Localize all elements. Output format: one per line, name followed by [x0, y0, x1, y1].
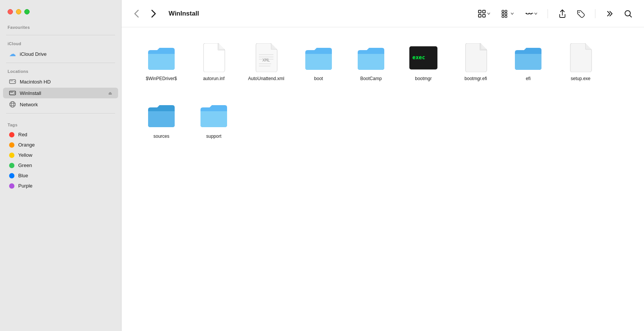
sidebar-item-tag-orange[interactable]: Orange	[3, 140, 118, 150]
more-options-button[interactable]	[522, 8, 540, 19]
file-item-efi[interactable]: efi	[504, 39, 553, 85]
tag-icon	[576, 9, 585, 18]
file-name-support: support	[206, 134, 221, 140]
svg-point-6	[10, 102, 16, 107]
svg-point-1	[14, 81, 15, 82]
file-name-boot: boot	[314, 76, 323, 82]
sidebar-item-tag-green[interactable]: Green	[3, 161, 118, 170]
tag-red-label: Red	[18, 132, 112, 137]
sidebar: Favourites iCloud ☁ iCloud Drive Locatio…	[0, 0, 122, 331]
share-icon	[558, 9, 567, 18]
grid-icon	[478, 9, 486, 18]
svg-rect-19	[505, 16, 507, 17]
file-icon-bootmgr-efi	[461, 43, 491, 73]
file-icon-autounattend: XML	[251, 43, 281, 73]
divider-1	[6, 35, 115, 35]
minimize-button[interactable]	[16, 9, 21, 14]
sidebar-item-macintosh-hd[interactable]: Macintosh HD	[3, 76, 118, 87]
favourites-section-title: Favourites	[0, 22, 121, 32]
svg-point-23	[579, 12, 580, 13]
toolbar-divider-1	[548, 9, 548, 18]
tag-yellow-dot	[9, 153, 14, 158]
file-item-bootmgr[interactable]: exec bootmgr	[399, 39, 448, 85]
file-icon-sources	[146, 100, 177, 131]
tag-purple-label: Purple	[18, 183, 112, 189]
file-item-boot[interactable]: boot	[294, 39, 343, 85]
back-button[interactable]	[131, 8, 143, 20]
file-item-autorun[interactable]: autorun.inf	[189, 39, 238, 85]
macintosh-hd-icon	[9, 78, 16, 85]
sidebar-item-tag-blue[interactable]: Blue	[3, 171, 118, 180]
file-item-bootmgr-efi[interactable]: bootmgr.efi	[451, 39, 500, 85]
icloud-drive-label: iCloud Drive	[20, 51, 112, 57]
file-name-autounattend: AutoUnattend.xml	[248, 76, 284, 82]
file-icon-bootmgr: exec	[408, 43, 439, 73]
sidebar-item-tag-yellow[interactable]: Yellow	[3, 150, 118, 160]
toolbar: WinInstall	[122, 0, 644, 27]
tag-red-dot	[9, 132, 14, 137]
eject-icon[interactable]: ⏏	[108, 91, 112, 96]
share-button[interactable]	[556, 7, 569, 20]
file-icon-bootcamp	[356, 43, 386, 73]
svg-line-25	[630, 15, 632, 17]
file-icon-setup	[565, 43, 596, 73]
maximize-button[interactable]	[24, 9, 30, 14]
main-content: WinInstall	[122, 0, 644, 331]
file-icon-efi	[513, 43, 543, 73]
sidebar-item-network[interactable]: Network	[3, 99, 118, 110]
file-item-autounattend[interactable]: XML AutoUnattend.xml	[242, 39, 291, 85]
sidebar-item-wininstall[interactable]: WinInstall ⏏	[3, 88, 118, 98]
icloud-section-title: iCloud	[0, 38, 121, 48]
more-actions-button[interactable]	[603, 7, 617, 20]
chevrons-right-icon	[606, 9, 614, 18]
tag-green-dot	[9, 163, 14, 168]
more-icon	[525, 9, 533, 18]
file-name-setup: setup.exe	[571, 76, 590, 82]
tag-orange-dot	[9, 142, 14, 148]
file-item-support[interactable]: support	[189, 97, 238, 143]
file-icon-autorun	[199, 43, 229, 73]
svg-rect-11	[483, 10, 485, 13]
file-name-autorun: autorun.inf	[203, 76, 225, 82]
file-item-setup[interactable]: setup.exe	[556, 39, 605, 85]
svg-rect-13	[483, 14, 485, 17]
icloud-drive-icon: ☁	[9, 50, 16, 57]
svg-text:XML: XML	[262, 58, 270, 63]
forward-button[interactable]	[147, 8, 159, 20]
svg-rect-18	[505, 13, 507, 15]
file-item-winpedriver[interactable]: $WinPEDriver$	[137, 39, 186, 85]
close-button[interactable]	[8, 9, 13, 14]
file-name-bootmgr: bootmgr	[415, 76, 432, 82]
group-button[interactable]	[499, 8, 516, 19]
view-mode-button[interactable]	[475, 8, 493, 19]
tag-yellow-label: Yellow	[18, 152, 112, 158]
more-chevron-icon	[534, 12, 538, 16]
sidebar-item-icloud-drive[interactable]: ☁ iCloud Drive	[3, 49, 118, 59]
sidebar-item-tag-purple[interactable]: Purple	[3, 181, 118, 191]
view-chevron-icon	[487, 12, 491, 16]
svg-point-4	[14, 93, 15, 93]
svg-rect-14	[502, 10, 504, 12]
wininstall-label: WinInstall	[20, 90, 104, 96]
network-icon	[9, 101, 16, 108]
locations-section-title: Locations	[0, 66, 121, 76]
svg-text:exec: exec	[412, 54, 425, 60]
tag-green-label: Green	[18, 162, 112, 168]
file-name-winpedriver: $WinPEDriver$	[146, 76, 177, 82]
search-button[interactable]	[621, 7, 635, 20]
file-item-bootcamp[interactable]: BootCamp	[346, 39, 396, 85]
tag-orange-label: Orange	[18, 142, 112, 148]
search-icon	[624, 9, 632, 18]
file-icon-winpedriver	[146, 43, 177, 73]
network-label: Network	[20, 102, 112, 107]
file-name-bootcamp: BootCamp	[360, 76, 382, 82]
tags-section-title: Tags	[0, 120, 121, 129]
tag-button[interactable]	[574, 7, 587, 20]
file-item-sources[interactable]: sources	[137, 97, 186, 143]
macintosh-hd-label: Macintosh HD	[20, 79, 112, 85]
sidebar-item-tag-red[interactable]: Red	[3, 130, 118, 139]
window-controls	[0, 6, 121, 22]
file-icon-support	[199, 100, 229, 131]
svg-rect-10	[478, 10, 481, 13]
toolbar-title: WinInstall	[169, 10, 199, 17]
